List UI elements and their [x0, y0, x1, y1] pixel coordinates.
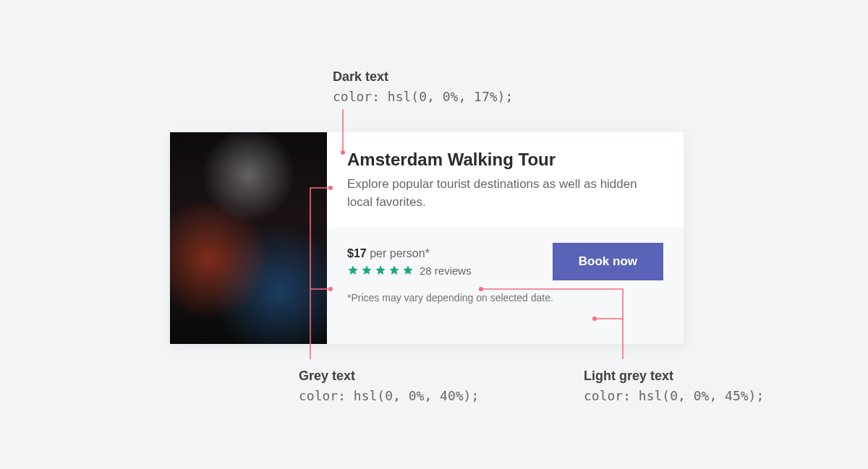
price-amount: $17 [347, 247, 367, 259]
tour-card: Amsterdam Walking Tour Explore popular t… [170, 132, 684, 344]
price-block: $17 per person* 28 reviews [347, 247, 472, 277]
price-row: $17 per person* 28 reviews [347, 243, 663, 280]
star-rating [347, 264, 414, 276]
annotation-label: Dark text [333, 67, 513, 87]
annotation-code: color: hsl(0, 0%, 45%); [584, 386, 764, 405]
annotation-code: color: hsl(0, 0%, 17%); [333, 87, 513, 106]
tour-card-bottom: $17 per person* 28 reviews [327, 227, 684, 344]
star-icon [402, 264, 414, 276]
annotation-light-grey-text: Light grey text color: hsl(0, 0%, 45%); [584, 366, 764, 405]
tour-title: Amsterdam Walking Tour [347, 150, 663, 170]
reviews-count: 28 reviews [420, 264, 472, 277]
star-icon [388, 264, 400, 276]
star-icon [375, 264, 386, 276]
star-icon [347, 264, 359, 276]
annotation-label: Light grey text [584, 366, 764, 386]
price-unit: per person* [370, 247, 430, 259]
star-icon [361, 264, 373, 276]
example-canvas: Dark text color: hsl(0, 0%, 17%); Amster… [0, 0, 868, 469]
annotation-label: Grey text [299, 366, 479, 386]
tour-description: Explore popular tourist destinations as … [347, 176, 663, 211]
annotation-grey-text: Grey text color: hsl(0, 0%, 40%); [299, 366, 479, 405]
tour-card-body: Amsterdam Walking Tour Explore popular t… [327, 132, 684, 344]
annotation-dark-text: Dark text color: hsl(0, 0%, 17%); [333, 67, 513, 106]
reviews-line: 28 reviews [347, 264, 472, 277]
book-now-button[interactable]: Book now [553, 243, 663, 280]
tour-card-top: Amsterdam Walking Tour Explore popular t… [327, 132, 684, 227]
annotation-code: color: hsl(0, 0%, 40%); [299, 386, 479, 405]
price-disclaimer: *Prices may vary depending on selected d… [347, 292, 663, 304]
tour-image [170, 132, 327, 344]
price-line: $17 per person* [347, 247, 472, 260]
